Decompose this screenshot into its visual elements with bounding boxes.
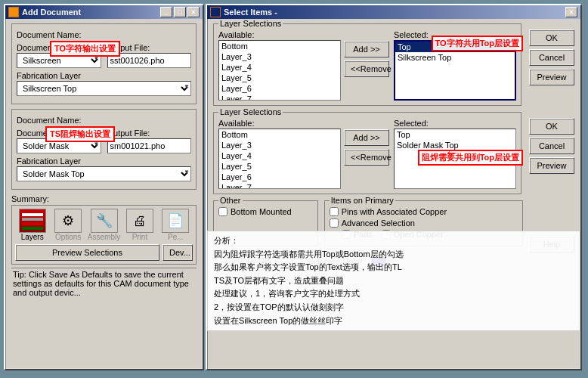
summary-icons-row: Layers ⚙ Options 🔧 Assembly [15,209,193,241]
assembly-icon-item: 🔧 Assembly [87,209,121,241]
analysis-line2: 那么如果客户将文字设置Top的Text选项，输出的TL [214,261,574,274]
summary-section: Summary: Layers [11,194,197,265]
layers-icon [19,209,46,233]
remove1-button[interactable]: <<Remove [344,60,389,77]
list-item[interactable]: Layer_6 [219,83,340,94]
layer-sel2-section: Layer Selections Available: Bottom Layer… [213,112,574,194]
doc1-name-field: Document Name: [17,30,191,40]
bottom-mounted-row: Bottom Mounted [218,207,313,216]
list-item[interactable]: Bottom [219,41,340,51]
advanced-checkbox[interactable] [330,218,339,228]
options-label: Options [55,233,81,241]
list-item[interactable]: Layer_7 [219,182,340,189]
ok2-button[interactable]: OK [529,118,574,135]
desktop: Add Document _ □ × Document Name: Docume… [0,0,588,378]
print-label: Print [132,233,148,241]
selected2-label: Selected: [394,119,516,128]
list-item[interactable]: Layer_7 [219,94,340,101]
layer-sel2-label: Layer Selections [218,107,283,116]
add-document-window: Add Document _ □ × Document Name: Docume… [4,4,204,370]
pins-copper-row: Pins with Associated Copper [330,207,518,216]
pins-copper-checkbox[interactable] [330,207,339,216]
list-item[interactable]: Layer_3 [219,51,340,62]
right-btns2: OK Cancel Preview [529,118,574,174]
other-label: Other [218,196,243,205]
window-icon [8,7,19,17]
ok1-button[interactable]: OK [529,29,574,46]
more-icon: 📄 [162,209,189,233]
right-btns1: OK Cancel Preview [529,29,574,85]
list-item[interactable]: Top [395,129,515,140]
analysis-title: 分析： [214,234,574,248]
add1-button[interactable]: Add >> [344,41,389,57]
tip-bar: Tip: Click Save As Defaults to save the … [11,268,197,299]
assembly-icon: 🔧 [91,209,118,233]
analysis-box: 分析： 因为阻焊跟字符选项都需共用Top或Bottom层的勾选 那么如果客户将文… [207,231,580,331]
analysis-line3: TS及TO层都有文字，造成重叠问题 [214,274,574,288]
doc2-name-field: Document Name: [17,116,191,125]
options-icon-item: ⚙ Options [51,209,85,241]
add2-button[interactable]: Add >> [344,129,389,146]
doc1-fab-label: Fabrication Layer [17,71,191,80]
doc2-fab-select[interactable]: Solder Mask Top [17,166,191,181]
list-item[interactable]: Layer_3 [219,140,340,150]
doc2-fab-wrapper: Solder Mask Top [17,166,191,181]
annotation-to-output: TO字符输出设置 [50,41,120,57]
layer-sel2-available: Available: Bottom Layer_3 Layer_4 Layer_… [218,119,341,189]
analysis-line1: 因为阻焊跟字符选项都需共用Top或Bottom层的勾选 [214,248,574,262]
available1-listbox: Bottom Layer_3 Layer_4 Layer_5 Layer_6 L… [218,40,341,101]
summary-label: Summary: [11,194,49,203]
select-close-button[interactable]: × [565,7,577,17]
select-titlebar-buttons: × [565,7,577,17]
print-icon-item: 🖨 Print [122,209,156,241]
list-item[interactable]: Layer_4 [219,62,340,73]
doc1-name-label: Document Name: [17,30,191,39]
annotation-ts-output: TS阻焊输出设置 [45,126,115,142]
preview-device-row: Preview Selections Dev... [15,244,193,261]
add-remove-btns1: Add >> <<Remove [344,41,391,77]
available2-label: Available: [218,119,341,128]
doc2-fab-field: Fabrication Layer Solder Mask Top [17,156,191,181]
cancel1-button[interactable]: Cancel [529,49,574,66]
preview-selections-button[interactable]: Preview Selections [15,244,159,261]
doc1-fab-field: Fabrication Layer Silkscreen Top [17,71,191,96]
doc2-output-col: Output File: [107,129,192,153]
tip-text: Tip: Click Save As Defaults to save the … [13,270,189,297]
preview1-button[interactable]: Preview [529,69,574,85]
cancel2-button[interactable]: Cancel [529,138,574,154]
doc1-fab-select[interactable]: Silkscreen Top [17,81,191,96]
annotation-solder-layer: 阻焊需要共用到Top层设置 [418,150,523,166]
analysis-line4: 处理建议，1，咨询客户文字的处理方式 [214,287,574,301]
list-item[interactable]: Layer_5 [219,73,340,83]
list-item[interactable]: Layer_4 [219,150,340,161]
list-item[interactable]: Layer_6 [219,172,340,182]
list-item[interactable]: Bottom [219,129,340,140]
arrow-to-top: ← [444,144,460,161]
analysis-line5: 2，按设置在TOP的默认认做刻刻字 [214,301,574,314]
available1-label: Available: [218,30,341,39]
more-label: Pe... [168,233,184,241]
doc2-output-input[interactable] [107,138,192,153]
layer-sel1-label: Layer Selections [218,19,283,28]
remove2-button[interactable]: <<Remove [344,149,389,166]
maximize-button[interactable]: □ [174,7,186,17]
minimize-button[interactable]: _ [160,7,172,17]
add-document-titlebar: Add Document _ □ × [5,5,203,19]
assembly-label: Assembly [88,233,120,241]
close-button[interactable]: × [187,7,200,17]
layer-sel1-available: Available: Bottom Layer_3 Layer_4 Layer_… [218,30,341,101]
list-item[interactable]: Layer_5 [219,161,340,172]
doc2-fab-label: Fabrication Layer [17,156,191,166]
advanced-row: Advanced Selection [330,218,518,228]
layers-label: Layers [21,233,44,241]
layers-icon-item: Layers [15,209,49,241]
analysis-line6: 设置在Silkscreen Top的做丝丝印字 [214,314,574,328]
preview2-button[interactable]: Preview [529,157,574,174]
bottom-mounted-checkbox[interactable] [218,207,227,216]
pins-copper-label: Pins with Associated Copper [342,207,447,216]
device-button[interactable]: Dev... [162,244,193,261]
doc1-fab-wrapper: Silkscreen Top [17,81,191,96]
list-item[interactable]: Silkscreen Top [395,52,515,63]
select-window-title: Select Items - [224,8,277,17]
select-window-icon [210,7,221,17]
